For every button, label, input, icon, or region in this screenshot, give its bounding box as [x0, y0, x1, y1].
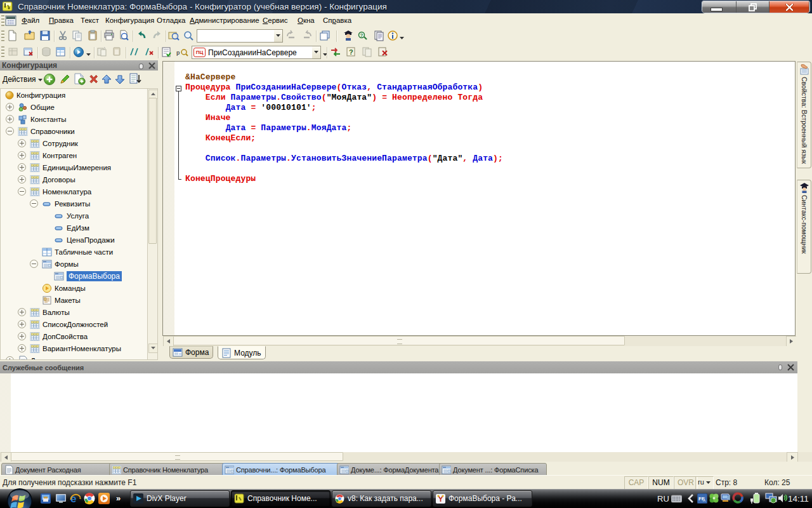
svg-text:?: ?	[360, 32, 363, 38]
svg-text:p: p	[176, 50, 180, 56]
svg-text:?: ?	[349, 48, 353, 56]
svg-text:A: A	[703, 498, 705, 502]
